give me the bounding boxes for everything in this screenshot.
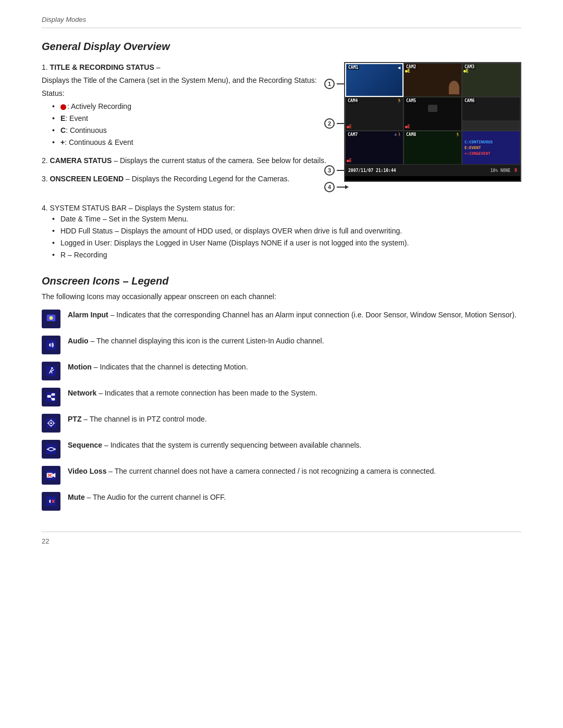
videoloss-icon: [45, 470, 57, 481]
audio-icon-box: [42, 336, 60, 354]
icon-row-mute: Mute – The Audio for the current channel…: [42, 492, 521, 511]
dvr-status-bar: 2007/11/07 21:10:44 16% NONE R: [345, 165, 520, 176]
icon-row-audio: Audio – The channel displaying this icon…: [42, 336, 521, 354]
item1-bullets: : Actively Recording E: Event C: Continu…: [42, 101, 334, 148]
callout-4: 4: [324, 182, 346, 192]
page-number: 22: [42, 537, 49, 545]
item2-block: 2. CAMERA STATUS – Displays the current …: [42, 155, 334, 166]
mute-icon-box: [42, 492, 60, 511]
cam2-cell: CAM2 ●E: [403, 63, 462, 97]
icon-row-motion: Motion – Indicates that the channel is d…: [42, 362, 521, 380]
item1-status-label: Status:: [42, 88, 334, 99]
mute-desc: Mute – The Audio for the current channel…: [68, 492, 521, 503]
cam8-cell: CAM8 🏃: [403, 131, 462, 165]
network-desc: Network – Indicates that a remote connec…: [68, 388, 521, 399]
bullet-hdd-status: HDD Full Status – Displays the amount of…: [52, 226, 521, 237]
ptz-icon-box: [42, 414, 60, 433]
callout-2: 2: [324, 118, 346, 129]
motion-icon: [45, 365, 57, 377]
item1-text: Displays the Title of the Camera (set in…: [42, 75, 334, 86]
bullet-date-time: Date & Time – Set in the System Menu.: [52, 214, 521, 225]
svg-rect-26: [46, 497, 56, 506]
item1-heading: 1. TITLE & RECORDING STATUS –: [42, 62, 334, 73]
dvr-screen: CAM1 ◄ CAM2 ●E CAM3 ●E: [344, 62, 521, 182]
dvr-rec-indicator: R: [515, 168, 517, 173]
videoloss-icon-box: [42, 466, 60, 485]
cam3-cell: CAM3 ●E: [462, 63, 520, 97]
icons-intro: The following Icons may occasionally app…: [42, 291, 521, 302]
svg-point-4: [51, 367, 53, 369]
alarm-desc: Alarm Input – Indicates that the corresp…: [68, 310, 521, 320]
item3-block: 3. ONSCREEN LEGEND – Displays the Record…: [42, 174, 334, 184]
icon-row-sequence: Sequence – Indicates that the system is …: [42, 440, 521, 459]
callout-3: 3: [324, 165, 346, 176]
dvr-camera-grid: CAM1 ◄ CAM2 ●E CAM3 ●E: [345, 63, 520, 165]
item4-block: 4. SYSTEM STATUS BAR – Displays the Syst…: [42, 202, 521, 261]
icon-row-videoloss: Video Loss – The current channel does no…: [42, 466, 521, 485]
videoloss-desc: Video Loss – The current channel does no…: [68, 466, 521, 477]
item4-bullets: Date & Time – Set in the System Menu. HD…: [42, 214, 521, 261]
left-text-column: 1. TITLE & RECORDING STATUS – Displays t…: [42, 62, 334, 192]
svg-point-17: [50, 423, 52, 425]
svg-rect-6: [47, 396, 51, 398]
page-footer: 22: [42, 532, 521, 545]
dvr-screenshot-wrapper: 1 2 3: [344, 62, 521, 192]
network-icon: [45, 391, 57, 403]
bullet-con-event: +: Continuous & Event: [52, 137, 334, 148]
bullet-recording: R – Recording: [52, 250, 521, 261]
alarm-icon: [45, 313, 57, 325]
cam7-cell: CAM7 4 🚶 ●E: [345, 131, 403, 165]
sequence-icon-box: [42, 440, 60, 459]
mute-icon: [45, 496, 57, 507]
audio-desc: Audio – The channel displaying this icon…: [68, 336, 521, 347]
motion-icon-box: [42, 362, 60, 380]
dvr-datetime: 2007/11/07 21:10:44: [348, 168, 486, 173]
svg-rect-2: [46, 340, 56, 350]
cam6-cell: CAM6: [462, 97, 520, 131]
general-display-title: General Display Overview: [42, 41, 521, 53]
svg-rect-7: [52, 393, 55, 396]
icon-row-alarm: Alarm Input – Indicates that the corresp…: [42, 310, 521, 328]
legend-panel: C:CONTINUOUS E:EVENT +:CON&EVENT: [462, 131, 520, 165]
dvr-hdd: 16% NONE: [491, 168, 511, 173]
sequence-desc: Sequence – Indicates that the system is …: [68, 440, 521, 451]
icons-section: Onscreen Icons – Legend The following Ic…: [42, 275, 521, 511]
breadcrumb: Display Modes: [42, 16, 521, 28]
item1-block: 1. TITLE & RECORDING STATUS – Displays t…: [42, 62, 334, 148]
audio-icon: [45, 339, 57, 351]
icon-row-ptz: PTZ – The channel is in PTZ control mode…: [42, 414, 521, 433]
network-icon-box: [42, 388, 60, 406]
item2-text: 2. CAMERA STATUS – Displays the current …: [42, 155, 334, 166]
cam1-cell: CAM1 ◄: [345, 63, 403, 97]
cam5-cell: CAM5 ●E: [403, 97, 462, 131]
ptz-icon: [45, 417, 57, 429]
item4-heading: 4. SYSTEM STATUS BAR – Displays the Syst…: [42, 202, 521, 214]
item3-text: 3. ONSCREEN LEGEND – Displays the Record…: [42, 174, 334, 184]
svg-rect-20: [47, 449, 48, 450]
ptz-desc: PTZ – The channel is in PTZ control mode…: [68, 414, 521, 425]
red-dot-icon: [60, 104, 66, 110]
general-display-content: 1. TITLE & RECORDING STATUS – Displays t…: [42, 62, 521, 192]
motion-desc: Motion – Indicates that the channel is d…: [68, 362, 521, 373]
svg-rect-8: [52, 398, 55, 401]
bullet-logged-user: Logged in User: Displays the Logged in U…: [52, 238, 521, 249]
callout-1: 1: [324, 79, 346, 89]
cam4-cell: CAM4 🏃 ●E: [345, 97, 403, 131]
svg-rect-3: [46, 366, 56, 376]
icon-row-network: Network – Indicates that a remote connec…: [42, 388, 521, 406]
alarm-icon-box: [42, 310, 60, 328]
bullet-event: E: Event: [52, 113, 334, 124]
page-container: Display Modes General Display Overview 1…: [0, 0, 563, 566]
bullet-actively-recording: : Actively Recording: [52, 101, 334, 112]
icons-section-title: Onscreen Icons – Legend: [42, 275, 521, 287]
bullet-continuous: C: Continuous: [52, 125, 334, 136]
sequence-icon: [45, 443, 57, 455]
